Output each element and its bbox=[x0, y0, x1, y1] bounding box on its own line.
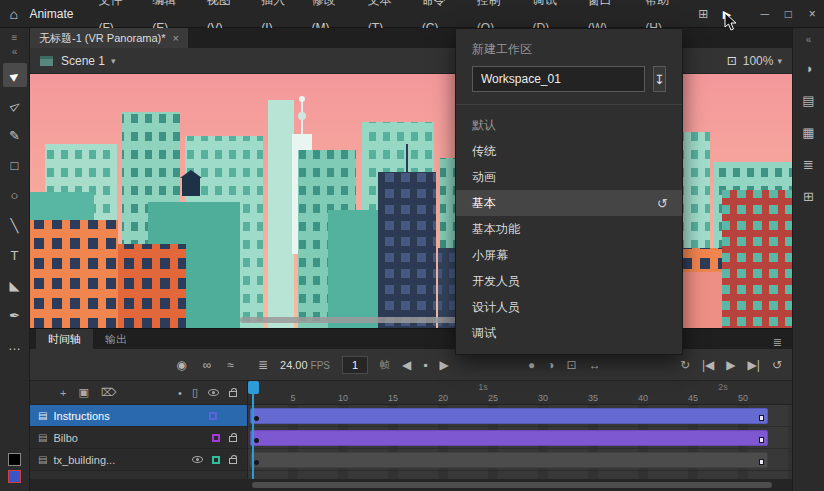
workspace-item-designer[interactable]: 设计人员 bbox=[456, 294, 682, 320]
edit-multiple-frames-icon[interactable]: ⊡ bbox=[567, 358, 577, 372]
workspace-layout-icon[interactable]: ⊞ bbox=[691, 0, 715, 28]
document-tab-close-icon[interactable]: × bbox=[173, 32, 179, 44]
line-tool[interactable]: ╲ bbox=[3, 213, 27, 237]
frame-span[interactable] bbox=[250, 452, 768, 468]
frame-span[interactable] bbox=[250, 430, 768, 446]
workspace-item-animation[interactable]: 动画 bbox=[456, 164, 682, 190]
pen-tool[interactable]: ✒ bbox=[3, 303, 27, 327]
subselection-tool-icon: ▻ bbox=[6, 96, 23, 114]
reset-workspace-icon[interactable]: ↺ bbox=[657, 196, 668, 211]
workspace-item-developer[interactable]: 开发人员 bbox=[456, 268, 682, 294]
workspace-item-classic[interactable]: 传统 bbox=[456, 138, 682, 164]
selection-tool[interactable]: ► bbox=[3, 63, 27, 87]
end-frame-icon bbox=[759, 437, 764, 443]
brush-tool[interactable]: ✎ bbox=[3, 123, 27, 147]
timeline-horizontal-scrollbar[interactable] bbox=[30, 479, 792, 491]
libraries-panel-icon[interactable]: ▦ bbox=[796, 119, 822, 145]
fps-control[interactable]: 24.00 FPS bbox=[280, 359, 330, 371]
restore-button[interactable]: □ bbox=[777, 0, 801, 28]
oval-tool[interactable]: ○ bbox=[3, 183, 27, 207]
step-forward-button[interactable]: ▶ bbox=[440, 358, 449, 372]
workspace-item-essentials[interactable]: 基本 ↺ bbox=[456, 190, 682, 216]
workspace-dropdown: 新建工作区 ↧ 默认 传统 动画 基本 ↺ 基本功能 小屏幕 开发人员 设计人员… bbox=[455, 28, 683, 355]
layer-row-tx-building[interactable]: ▤ tx_building... bbox=[30, 449, 247, 471]
workspace-name-input[interactable] bbox=[472, 66, 645, 92]
align-panel-icon[interactable]: ▤ bbox=[796, 87, 822, 113]
frame-row-tx-building[interactable] bbox=[248, 449, 792, 471]
tab-output[interactable]: 输出 bbox=[93, 329, 139, 349]
frames-grid[interactable] bbox=[248, 405, 792, 479]
scene-caret-icon[interactable]: ▾ bbox=[111, 56, 116, 66]
more-tools-button[interactable]: … bbox=[3, 333, 27, 357]
workspace-item-small-screen[interactable]: 小屏幕 bbox=[456, 242, 682, 268]
layer-row-instructions[interactable]: ▤ Instructions bbox=[30, 405, 247, 427]
go-to-first-frame-button[interactable]: |◀ bbox=[702, 358, 714, 372]
paint-bucket-tool[interactable]: ◣ bbox=[3, 273, 27, 297]
tab-timeline[interactable]: 时间轴 bbox=[36, 329, 93, 349]
layer-type-icon: ▤ bbox=[38, 410, 47, 421]
stop-button[interactable]: ▪ bbox=[423, 358, 427, 372]
layer-row-bilbo[interactable]: ▤ Bilbo bbox=[30, 427, 247, 449]
layer-lock-icon[interactable] bbox=[229, 436, 237, 442]
scrollbar-thumb[interactable] bbox=[252, 482, 772, 488]
loop-playback-button[interactable]: ↻ bbox=[680, 358, 690, 372]
brush-tool-icon: ✎ bbox=[9, 128, 20, 143]
layer-lock-icon[interactable] bbox=[229, 458, 237, 464]
subselection-tool[interactable]: ▻ bbox=[3, 93, 27, 117]
workspace-item-debug[interactable]: 调试 bbox=[456, 320, 682, 346]
playhead-handle[interactable] bbox=[248, 381, 259, 394]
components-panel-icon[interactable]: ⊞ bbox=[796, 183, 822, 209]
timeline-play-button[interactable]: ▶ bbox=[726, 358, 735, 372]
minimize-button[interactable]: ─ bbox=[753, 0, 777, 28]
center-stage-icon[interactable]: ⊡ bbox=[727, 54, 737, 68]
frame-row-instructions[interactable] bbox=[248, 405, 792, 427]
home-icon[interactable]: ⌂ bbox=[0, 6, 27, 22]
save-workspace-button[interactable]: ↧ bbox=[653, 66, 666, 92]
layer-color-chip bbox=[209, 412, 217, 420]
rectangle-tool-icon: □ bbox=[11, 158, 19, 173]
show-hide-all-eye-icon[interactable] bbox=[208, 389, 219, 396]
scene-name[interactable]: Scene 1 bbox=[61, 54, 105, 68]
close-button[interactable]: × bbox=[800, 0, 824, 28]
layer-name: Bilbo bbox=[53, 432, 77, 444]
playhead-line[interactable] bbox=[252, 381, 254, 479]
timeline-ruler[interactable]: 1s 2s 5 10 15 20 25 30 35 40 45 50 bbox=[248, 381, 792, 405]
scene-clapperboard-icon bbox=[40, 56, 53, 66]
current-frame-field[interactable]: 1 bbox=[342, 356, 368, 374]
history-panel-icon[interactable]: ≣ bbox=[796, 151, 822, 177]
stage-horizontal-scrollbar[interactable] bbox=[240, 317, 475, 323]
fill-color-swatch[interactable] bbox=[8, 470, 21, 483]
toolbar-menu-icon[interactable]: ≡ bbox=[12, 32, 18, 46]
color-panel-icon[interactable]: ◑ bbox=[796, 55, 822, 81]
new-folder-button[interactable]: ▣ bbox=[78, 386, 88, 399]
new-layer-button[interactable]: + bbox=[60, 387, 66, 399]
timeline-panel-menu-icon[interactable]: ≣ bbox=[763, 336, 792, 349]
zoom-select[interactable]: 100% ▾ bbox=[743, 54, 782, 68]
frame-span[interactable] bbox=[250, 408, 768, 424]
onion-skin-outline-icon[interactable]: ◑ bbox=[547, 358, 554, 372]
go-to-last-frame-button[interactable]: ▶| bbox=[748, 358, 760, 372]
onion-skin-icon[interactable]: ● bbox=[528, 358, 535, 372]
lock-all-icon[interactable] bbox=[229, 391, 237, 397]
graph-editor-icon[interactable]: ≈ bbox=[227, 358, 234, 372]
document-tab[interactable]: 无标题-1 (VR Panorama)* × bbox=[30, 28, 188, 48]
layer-visibility-eye-icon[interactable] bbox=[192, 456, 203, 463]
outline-all-icon[interactable]: • bbox=[178, 387, 182, 399]
text-tool[interactable]: T bbox=[3, 243, 27, 267]
frame-row-bilbo[interactable] bbox=[248, 427, 792, 449]
ruler-number: 30 bbox=[538, 393, 548, 403]
workspace-item-basic-functions[interactable]: 基本功能 bbox=[456, 216, 682, 242]
layer-depth-icon[interactable]: ≣ bbox=[258, 358, 268, 372]
frames-area[interactable]: 1s 2s 5 10 15 20 25 30 35 40 45 50 bbox=[248, 381, 792, 479]
step-back-button[interactable]: ◀ bbox=[402, 358, 411, 372]
camera-column-icon[interactable]: ▯ bbox=[192, 386, 198, 399]
stroke-color-swatch[interactable] bbox=[8, 453, 21, 466]
add-camera-icon[interactable]: ◉ bbox=[176, 358, 186, 372]
delete-layer-button[interactable]: ⌦ bbox=[101, 386, 117, 399]
loop-range-icon[interactable]: ↔ bbox=[589, 358, 601, 372]
toolbar-collapse-icon[interactable]: « bbox=[12, 46, 18, 60]
rail-collapse-icon[interactable]: « bbox=[806, 34, 812, 45]
reset-timeline-button[interactable]: ↺ bbox=[772, 358, 782, 372]
rectangle-tool[interactable]: □ bbox=[3, 153, 27, 177]
show-parenting-icon[interactable]: ∞ bbox=[203, 358, 212, 372]
